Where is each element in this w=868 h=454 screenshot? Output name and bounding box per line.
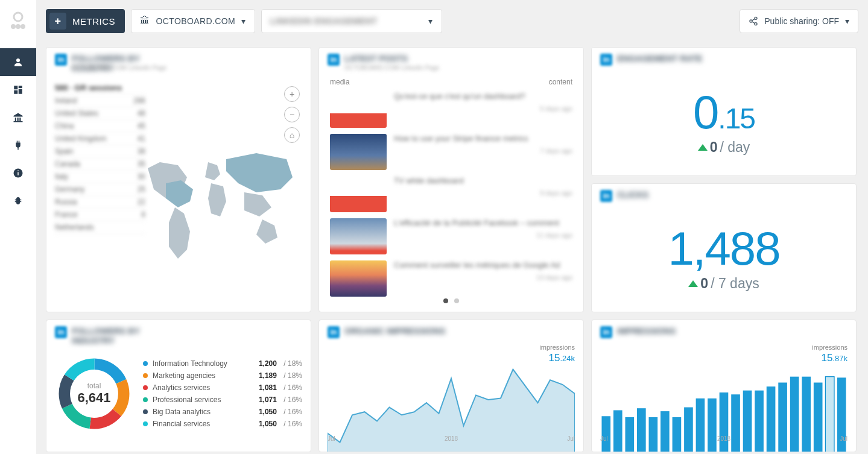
share-label: Public sharing: OFF bbox=[764, 16, 839, 26]
svg-rect-36 bbox=[755, 391, 764, 452]
country-row: Canada35 bbox=[55, 158, 145, 171]
legend-value: 1,050 bbox=[259, 408, 277, 416]
chevron-down-icon: ▾ bbox=[845, 16, 849, 26]
post-thumbnail bbox=[330, 176, 387, 212]
chart-xaxis: Jul 2018 Jul bbox=[328, 435, 575, 442]
bank-icon: 🏛 bbox=[140, 16, 150, 27]
pagination-dots[interactable] bbox=[319, 295, 583, 306]
col-content: content bbox=[549, 78, 572, 86]
svg-rect-35 bbox=[743, 391, 752, 452]
card-impressions: in IMPRESSIONS impressions 15.87k Jul 20… bbox=[591, 320, 857, 452]
legend-name: Marketing agencies bbox=[153, 371, 254, 380]
post-thumbnail bbox=[330, 260, 387, 297]
svg-rect-8 bbox=[14, 90, 17, 94]
post-row[interactable]: How to use your Stripe finance metrics 7… bbox=[319, 131, 583, 173]
svg-rect-6 bbox=[19, 86, 22, 88]
engagement-value: 0.15 bbox=[693, 89, 755, 136]
post-row[interactable]: L'efficacité de la Publicité Facebook – … bbox=[319, 215, 583, 257]
linkedin-icon: in bbox=[600, 54, 612, 66]
svg-line-15 bbox=[752, 19, 755, 20]
triangle-up-icon bbox=[688, 280, 698, 287]
country-row: Ireland266 bbox=[55, 95, 145, 107]
svg-point-12 bbox=[755, 17, 757, 19]
post-row[interactable]: Comment surveiller les métriques de Goog… bbox=[319, 257, 583, 300]
svg-rect-27 bbox=[649, 417, 658, 452]
legend-value: 1,050 bbox=[259, 420, 277, 428]
page-dropdown[interactable]: LINKEDIN ENGAGEMENT ▾ bbox=[261, 9, 442, 33]
card-followers-industry: in FOLLOWERS BY INDUSTRY total 6,6 bbox=[46, 320, 311, 452]
card-followers-country: in FOLLOWERS BY COUNTRY OCTOBOARD.COM Li… bbox=[46, 47, 311, 312]
sidebar bbox=[0, 0, 36, 454]
legend-pct: / 16% bbox=[282, 408, 302, 416]
metrics-label: METRICS bbox=[72, 16, 115, 27]
legend-value: 1,071 bbox=[259, 396, 277, 404]
svg-point-13 bbox=[750, 20, 752, 22]
legend-row: Marketing agencies 1,189 / 18% bbox=[143, 370, 302, 382]
country-list-header: 580 · GR sessions bbox=[55, 81, 145, 95]
card-organic-impressions: in ORGANIC IMPRESSIONS impressions 15.24… bbox=[318, 320, 584, 452]
svg-point-14 bbox=[755, 23, 757, 25]
post-thumbnail bbox=[330, 92, 387, 128]
country-row: Italy30 bbox=[55, 171, 145, 183]
linkedin-icon: in bbox=[328, 326, 340, 338]
card-engagement-rate: in ENGAGEMENT RATE 0.15 0 / day bbox=[591, 47, 857, 176]
legend-value: 1,189 bbox=[259, 371, 277, 380]
legend-row: Big Data analytics 1,050 / 16% bbox=[143, 406, 302, 418]
site-dropdown[interactable]: 🏛 OCTOBOARD.COM ▾ bbox=[131, 9, 255, 33]
legend-name: Information Technology bbox=[153, 359, 254, 368]
nav-user-icon[interactable] bbox=[0, 48, 36, 76]
nav-plug-icon[interactable] bbox=[0, 131, 36, 159]
post-title: Comment surveiller les métriques de Goog… bbox=[394, 260, 572, 269]
chart-summary: impressions 15.24k bbox=[539, 344, 575, 364]
chevron-down-icon: ▾ bbox=[428, 16, 432, 26]
svg-point-1 bbox=[11, 24, 16, 29]
legend-row: Financial services 1,050 / 16% bbox=[143, 418, 302, 430]
col-media: media bbox=[330, 78, 350, 86]
world-map[interactable] bbox=[136, 126, 305, 283]
dot[interactable] bbox=[454, 298, 459, 303]
nav-dashboard-icon[interactable] bbox=[0, 76, 36, 104]
legend-row: Professional services 1,071 / 16% bbox=[143, 394, 302, 406]
linkedin-icon: in bbox=[328, 54, 340, 66]
dot-active[interactable] bbox=[443, 298, 448, 303]
svg-rect-10 bbox=[17, 172, 19, 175]
svg-line-16 bbox=[752, 22, 755, 24]
legend-dot bbox=[143, 361, 148, 366]
svg-point-0 bbox=[14, 13, 22, 21]
share-button[interactable]: Public sharing: OFF ▾ bbox=[740, 9, 858, 33]
clicks-delta: 0 / 7 days bbox=[688, 276, 759, 292]
dashboard-grid: in FOLLOWERS BY COUNTRY OCTOBOARD.COM Li… bbox=[46, 47, 858, 452]
svg-rect-23 bbox=[601, 416, 610, 452]
card-subtitle: OCTOBOARD.COM LinkedIn Page bbox=[72, 65, 168, 72]
svg-rect-11 bbox=[17, 171, 19, 172]
nav-bug-icon[interactable] bbox=[0, 187, 36, 215]
page-dropdown-label: LINKEDIN ENGAGEMENT bbox=[270, 16, 423, 26]
svg-rect-26 bbox=[637, 408, 646, 452]
svg-rect-24 bbox=[613, 410, 622, 452]
country-row: United States48 bbox=[55, 107, 145, 120]
legend-dot bbox=[143, 385, 148, 390]
chart-summary: impressions 15.87k bbox=[812, 344, 847, 364]
legend-pct: / 16% bbox=[282, 420, 302, 428]
post-row[interactable]: TV white dashboard 9 days ago bbox=[319, 173, 583, 215]
share-icon bbox=[749, 16, 758, 26]
svg-rect-33 bbox=[720, 393, 729, 452]
legend-dot bbox=[143, 421, 148, 426]
donut-total-label: total bbox=[87, 382, 101, 390]
post-title: Qu'est-ce que c'est qu'un dashboard? bbox=[394, 92, 572, 100]
country-row: Spain38 bbox=[55, 145, 145, 158]
nav-info-icon[interactable] bbox=[0, 159, 36, 187]
post-row[interactable]: Qu'est-ce que c'est qu'un dashboard? 5 d… bbox=[319, 89, 583, 131]
country-list: 580 · GR sessions Ireland266United State… bbox=[55, 81, 145, 234]
legend-pct: / 18% bbox=[282, 371, 302, 380]
add-metrics-button[interactable]: + METRICS bbox=[46, 9, 125, 33]
svg-rect-34 bbox=[731, 394, 740, 452]
svg-rect-7 bbox=[19, 89, 22, 94]
zoom-in-button[interactable]: + bbox=[284, 86, 300, 102]
nav-bank-icon[interactable] bbox=[0, 104, 36, 131]
zoom-out-button[interactable]: − bbox=[284, 107, 300, 122]
legend-dot bbox=[143, 373, 148, 378]
card-clicks: in CLICKS 1,488 0 / 7 days bbox=[591, 183, 857, 312]
legend-name: Financial services bbox=[153, 420, 254, 428]
country-row: China45 bbox=[55, 120, 145, 133]
